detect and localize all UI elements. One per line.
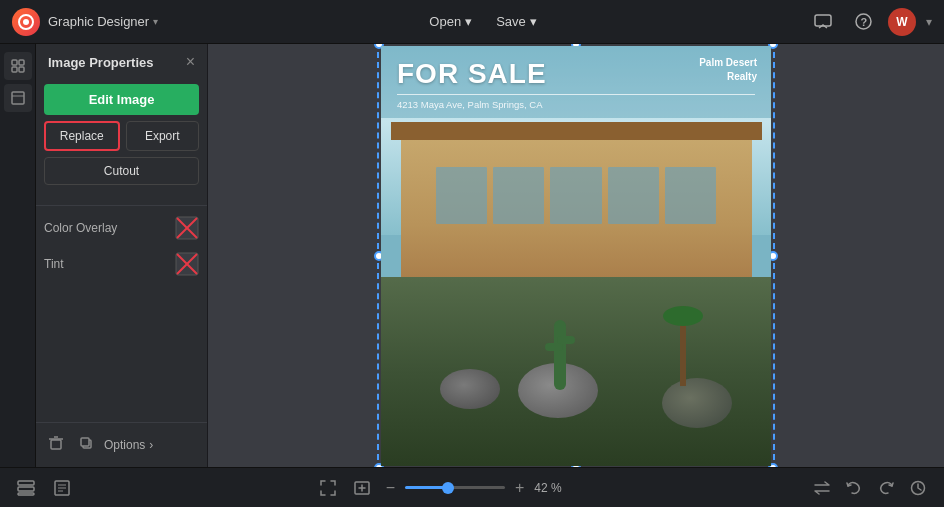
svg-rect-21 [81,438,89,446]
swap-button[interactable] [808,474,836,502]
card-realty-name: Palm Desert Realty [699,56,757,84]
properties-panel: Image Properties × Edit Image Replace Ex… [36,44,208,467]
svg-rect-22 [18,481,34,485]
panel-close-button[interactable]: × [186,54,195,70]
palm-tree [673,306,693,386]
svg-point-1 [23,19,29,25]
app-logo [12,8,40,36]
app-name[interactable]: Graphic Designer ▾ [48,14,158,29]
window-3 [550,167,601,224]
cactus-arm-right [557,336,575,344]
color-overlay-row: Color Overlay [36,210,207,246]
card-address: 4213 Maya Ave, Palm Springs, CA [397,99,755,110]
svg-rect-8 [19,67,24,72]
svg-text:?: ? [860,16,867,28]
export-button[interactable]: Export [126,121,200,151]
card-divider [397,94,755,95]
panel-divider-1 [36,205,207,206]
realestate-card: FOR SALE Palm Desert Realty 4213 Maya Av… [381,46,771,466]
card-rocks [381,277,771,466]
svg-rect-24 [18,493,34,495]
card-for-sale-text: FOR SALE [397,58,547,90]
edit-image-button[interactable]: Edit Image [44,84,199,115]
panel-replace-export-row: Replace Export [44,121,199,151]
topbar: Graphic Designer ▾ Open ▾ Save ▾ ? W ▾ [0,0,944,44]
color-overlay-label: Color Overlay [44,221,117,235]
panel-edit-section: Edit Image Replace Export Cutout [36,78,207,201]
cactus-arm-left [545,343,563,351]
actual-size-button[interactable] [348,474,376,502]
options-button[interactable]: Options › [104,438,153,452]
window-5 [665,167,716,224]
bottom-right-icons [808,474,932,502]
open-button[interactable]: Open ▾ [419,10,482,33]
zoom-in-button[interactable]: + [511,477,528,499]
panel-bottom: Options › [36,422,207,467]
svg-rect-17 [51,440,61,449]
window-4 [608,167,659,224]
tint-row: Tint [36,246,207,282]
panel-header: Image Properties × [36,44,207,78]
tint-label: Tint [44,257,64,271]
svg-rect-5 [12,60,17,65]
save-button[interactable]: Save ▾ [486,10,547,33]
zoom-slider-container [405,486,505,489]
window-2 [493,167,544,224]
cactus [545,320,575,390]
window-1 [436,167,487,224]
zoom-controls: − + 42 % [314,474,571,502]
duplicate-button[interactable] [74,431,98,459]
canvas-area[interactable]: FOR SALE Palm Desert Realty 4213 Maya Av… [208,44,944,467]
bottombar: − + 42 % [0,467,944,507]
card-windows [436,167,717,224]
trash-button[interactable] [44,431,68,459]
tint-icon[interactable] [175,252,199,276]
user-avatar[interactable]: W [888,8,916,36]
svg-rect-23 [18,487,34,491]
svg-rect-6 [19,60,24,65]
zoom-slider[interactable] [405,486,505,489]
fit-button[interactable] [314,474,342,502]
undo-button[interactable] [840,474,868,502]
replace-button[interactable]: Replace [44,121,120,151]
main-area: Image Properties × Edit Image Replace Ex… [0,44,944,467]
topbar-right: ? W ▾ [808,7,932,37]
card-header-bar: FOR SALE Palm Desert Realty 4213 Maya Av… [381,46,771,118]
layers-button[interactable] [12,474,40,502]
left-icon-strip [0,44,36,467]
help-button[interactable]: ? [848,7,878,37]
zoom-percent: 42 % [534,481,570,495]
design-canvas: FOR SALE Palm Desert Realty 4213 Maya Av… [381,46,771,466]
comments-button[interactable] [808,7,838,37]
panel-title: Image Properties [48,55,154,70]
cactus-body [554,320,566,390]
strip-icon-1[interactable] [4,52,32,80]
palm-leaves [663,306,703,326]
user-chevron[interactable]: ▾ [926,15,932,29]
card-roof [391,122,762,140]
rock-1 [440,369,500,409]
svg-rect-7 [12,67,17,72]
color-overlay-icon[interactable] [175,216,199,240]
topbar-center: Open ▾ Save ▾ [158,10,808,33]
svg-rect-9 [12,92,24,104]
cutout-button[interactable]: Cutout [44,157,199,185]
history-button[interactable] [904,474,932,502]
redo-button[interactable] [872,474,900,502]
strip-icon-2[interactable] [4,84,32,112]
pages-button[interactable] [48,474,76,502]
zoom-out-button[interactable]: − [382,477,399,499]
